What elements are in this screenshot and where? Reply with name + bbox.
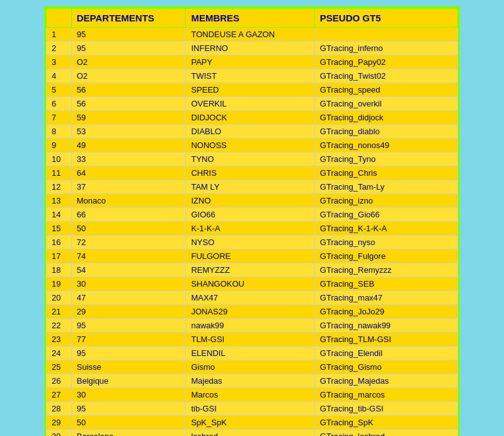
- cell-pseudo: GTracing_marcos: [314, 388, 457, 402]
- header-num: [47, 9, 72, 28]
- cell-pseudo: GTracing_Gio66: [314, 208, 457, 222]
- table-row: 295INFERNOGTracing_inferno: [47, 42, 458, 55]
- cell-dept: 47: [71, 291, 186, 305]
- cell-num: 15: [47, 222, 72, 236]
- main-table-container: DEPARTEMENTS MEMBRES PSEUDO GT5 195TONDE…: [44, 6, 460, 436]
- cell-dept: Barcelone: [71, 430, 186, 437]
- cell-dept: 30: [71, 388, 186, 402]
- cell-dept: 95: [71, 28, 186, 42]
- cell-pseudo: GTracing_JoJo29: [314, 305, 457, 319]
- table-row: 2495ELENDILGTracing_Elendil: [47, 347, 458, 360]
- cell-pseudo: GTracing_nonos49: [314, 139, 457, 152]
- cell-pseudo: GTracing_Tyno: [314, 152, 457, 166]
- cell-pseudo: GTracing_leshred: [314, 430, 457, 437]
- cell-pseudo: GTracing_inferno: [314, 42, 457, 55]
- cell-membre: DIABLO: [186, 125, 314, 139]
- cell-num: 20: [47, 291, 72, 305]
- cell-pseudo: GTracing_Elendil: [314, 347, 457, 360]
- table-row: 2047MAX47GTracing_max47: [47, 291, 458, 305]
- table-row: 1774FULGOREGTracing_Fulgore: [47, 250, 458, 263]
- cell-num: 25: [47, 360, 72, 374]
- cell-membre: Majedas: [186, 374, 314, 388]
- cell-dept: Monaco: [71, 194, 186, 208]
- cell-num: 16: [47, 236, 72, 250]
- cell-num: 12: [47, 180, 72, 194]
- cell-dept: 74: [71, 250, 186, 263]
- cell-membre: CHRIS: [186, 166, 314, 180]
- table-row: 2295nawak99GTracing_nawak99: [47, 319, 458, 333]
- members-table: DEPARTEMENTS MEMBRES PSEUDO GT5 195TONDE…: [46, 8, 458, 436]
- table-row: 2730MarcosGTracing_marcos: [47, 388, 458, 402]
- table-row: 26BelgiqueMajedasGTracing_Majedas: [47, 374, 458, 388]
- cell-num: 28: [47, 402, 72, 416]
- cell-pseudo: GTracing_Papy02: [314, 55, 457, 69]
- cell-pseudo: GTracing_Fulgore: [314, 250, 457, 263]
- cell-dept: Suisse: [71, 360, 186, 374]
- cell-pseudo: GTracing_SpK: [314, 416, 457, 430]
- cell-num: 11: [47, 166, 72, 180]
- table-row: 195TONDEUSE A GAZON: [47, 28, 458, 42]
- cell-membre: JONAS29: [186, 305, 314, 319]
- cell-dept: 95: [71, 42, 186, 55]
- cell-num: 18: [47, 263, 72, 277]
- cell-num: 27: [47, 388, 72, 402]
- cell-pseudo: GTracing_didjock: [314, 111, 457, 125]
- table-row: 759DIDJOCKGTracing_didjock: [47, 111, 458, 125]
- cell-dept: 30: [71, 277, 186, 291]
- table-row: 3O2PAPYGTracing_Papy02: [47, 55, 458, 69]
- cell-dept: 56: [71, 83, 186, 97]
- cell-dept: 33: [71, 152, 186, 166]
- cell-membre: MAX47: [186, 291, 314, 305]
- cell-dept: 54: [71, 263, 186, 277]
- table-row: 2129JONAS29GTracing_JoJo29: [47, 305, 458, 319]
- cell-pseudo: GTracing_Gismo: [314, 360, 457, 374]
- cell-num: 2: [47, 42, 72, 55]
- table-row: 1672NYSOGTracing_nyso: [47, 236, 458, 250]
- cell-pseudo: GTracing_Majedas: [314, 374, 457, 388]
- cell-membre: SHANGOKOU: [186, 277, 314, 291]
- cell-membre: NYSO: [186, 236, 314, 250]
- header-pseudo: PSEUDO GT5: [314, 9, 457, 28]
- cell-pseudo: GTracing_SEB: [314, 277, 457, 291]
- table-row: 2377TLM-GSIGTracing_TLM-GSI: [47, 333, 458, 347]
- cell-pseudo: GTracing_tib-GSI: [314, 402, 457, 416]
- cell-dept: 77: [71, 333, 186, 347]
- header-row: DEPARTEMENTS MEMBRES PSEUDO GT5: [47, 9, 458, 28]
- cell-pseudo: GTracing_Twist02: [314, 69, 457, 83]
- table-row: 4O2TWISTGTracing_Twist02: [47, 69, 458, 83]
- cell-membre: SPEED: [186, 83, 314, 97]
- table-row: 25SuisseGismoGTracing_Gismo: [47, 360, 458, 374]
- cell-num: 21: [47, 305, 72, 319]
- cell-membre: Marcos: [186, 388, 314, 402]
- cell-dept: 50: [71, 416, 186, 430]
- cell-dept: 53: [71, 125, 186, 139]
- cell-dept: 29: [71, 305, 186, 319]
- cell-dept: 56: [71, 97, 186, 111]
- cell-membre: TWIST: [186, 69, 314, 83]
- table-row: 853DIABLOGTracing_diablo: [47, 125, 458, 139]
- cell-membre: K-1-K-A: [186, 222, 314, 236]
- cell-membre: FULGORE: [186, 250, 314, 263]
- cell-dept: 37: [71, 180, 186, 194]
- cell-membre: DIDJOCK: [186, 111, 314, 125]
- cell-dept: O2: [71, 69, 186, 83]
- table-row: 949NONOSSGTracing_nonos49: [47, 139, 458, 152]
- cell-num: 30: [47, 430, 72, 437]
- table-row: 1550K-1-K-AGTracing_K-1-K-A: [47, 222, 458, 236]
- cell-pseudo: [314, 28, 457, 42]
- cell-num: 14: [47, 208, 72, 222]
- cell-num: 5: [47, 83, 72, 97]
- cell-membre: INFERNO: [186, 42, 314, 55]
- cell-pseudo: GTracing_overkil: [314, 97, 457, 111]
- cell-num: 17: [47, 250, 72, 263]
- cell-pseudo: GTracing_Remyzzz: [314, 263, 457, 277]
- cell-dept: 95: [71, 347, 186, 360]
- cell-pseudo: GTracing_TLM-GSI: [314, 333, 457, 347]
- table-row: 2895tib-GSIGTracing_tib-GSI: [47, 402, 458, 416]
- cell-dept: O2: [71, 55, 186, 69]
- cell-pseudo: GTracing_Tam-Ly: [314, 180, 457, 194]
- cell-num: 8: [47, 125, 72, 139]
- cell-membre: IZNO: [186, 194, 314, 208]
- cell-membre: tib-GSI: [186, 402, 314, 416]
- cell-membre: leshred: [186, 430, 314, 437]
